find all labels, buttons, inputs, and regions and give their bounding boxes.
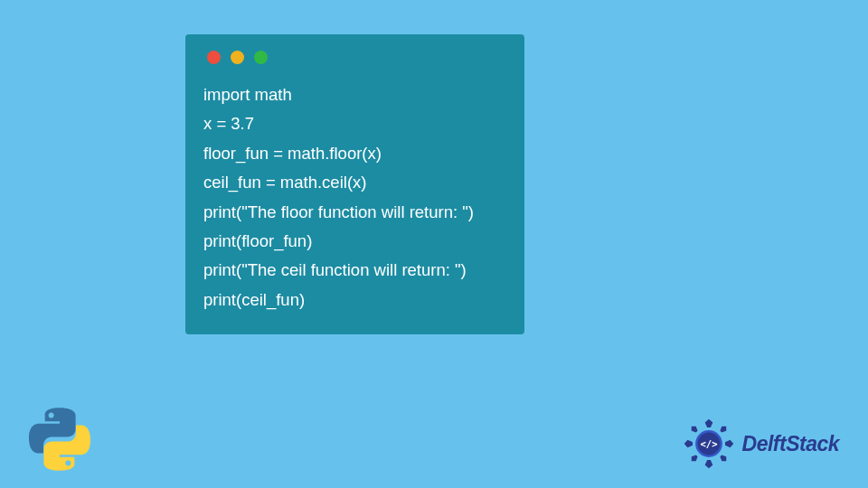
code-line: print(floor_fun)	[203, 227, 506, 256]
delftstack-label: DelftStack	[742, 432, 839, 456]
code-window: import math x = 3.7 floor_fun = math.flo…	[185, 34, 524, 334]
code-line: ceil_fun = math.ceil(x)	[203, 168, 506, 197]
code-line: floor_fun = math.floor(x)	[203, 139, 506, 168]
delftstack-emblem-icon: </>	[681, 416, 737, 472]
code-line: import math	[203, 80, 506, 109]
window-controls	[203, 51, 506, 64]
minimize-dot-icon	[231, 51, 244, 64]
svg-text:</>: </>	[700, 438, 717, 449]
code-line: print("The floor function will return: "…	[203, 198, 506, 227]
delftstack-logo: </> DelftStack	[681, 416, 839, 472]
python-logo-icon	[27, 407, 92, 472]
code-line: x = 3.7	[203, 109, 506, 138]
code-line: print(ceil_fun)	[203, 286, 506, 314]
maximize-dot-icon	[254, 51, 268, 64]
code-line: print("The ceil function will return: ")	[203, 256, 506, 285]
close-dot-icon	[207, 51, 221, 64]
